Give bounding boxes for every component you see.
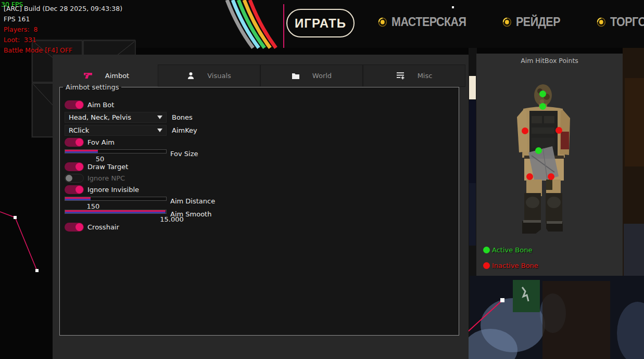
bones-dropdown[interactable]: Head, Neck, Pelvis	[65, 112, 167, 123]
person-icon	[187, 72, 195, 80]
fov-size-value: 50	[90, 155, 110, 163]
coin-icon	[597, 17, 606, 27]
chevron-down-icon	[157, 116, 162, 119]
active-bone-label: Active Bone	[492, 246, 532, 254]
slider-fill	[65, 150, 98, 153]
toggle-knob	[66, 175, 72, 182]
slider-fill	[65, 210, 166, 213]
aim-smooth-slider[interactable]	[65, 210, 167, 214]
draw-target-label: Draw Target	[87, 163, 128, 171]
fps-info: FPS 161	[4, 15, 30, 23]
hitbox-dot-left-shoulder[interactable]	[522, 127, 528, 134]
menu-item-label: РЕЙДЕР	[516, 15, 560, 29]
players-info: Players: 8	[4, 25, 38, 33]
fov-aim-toggle[interactable]	[65, 138, 84, 147]
toggle-knob	[75, 138, 83, 146]
ignore-invisible-label: Ignore Invisible	[87, 186, 139, 194]
fov-size-slider[interactable]	[65, 149, 167, 153]
ignore-npc-toggle[interactable]	[65, 174, 84, 183]
cheat-menu-panel: Aimbot Visuals World	[53, 55, 469, 359]
tab-label: Misc	[418, 72, 433, 80]
build-info: [ARC] Build (Dec 28 2025, 09:43:38)	[4, 5, 122, 12]
menu-item-trader[interactable]: ТОРГО	[597, 15, 644, 29]
bones-label: Bones	[172, 113, 193, 121]
hitbox-panel: Aim HitBox Points	[476, 54, 623, 276]
hitbox-dot-right-shoulder[interactable]	[555, 127, 562, 134]
crosshair-label: Crosshair	[87, 223, 119, 231]
folder-icon	[292, 72, 300, 80]
pistol-icon	[84, 72, 93, 80]
chevron-down-icon	[157, 129, 162, 132]
draw-target-toggle[interactable]	[65, 162, 84, 171]
toggle-knob	[75, 101, 83, 109]
slider-fill	[65, 197, 91, 200]
active-bone-dot-icon	[483, 247, 490, 253]
hitbox-dot-head[interactable]	[539, 91, 546, 97]
group-title: Aimbot settings	[63, 83, 121, 91]
coin-icon	[502, 17, 512, 27]
inactive-bone-dot-icon	[483, 262, 490, 269]
toggle-knob	[75, 186, 83, 194]
play-button[interactable]: ИГРАТЬ	[286, 9, 355, 37]
battle-mode-info: Battle Mode [F4] OFF	[4, 46, 72, 54]
playlist-add-icon	[396, 72, 405, 80]
aimkey-dropdown[interactable]: RClick	[65, 125, 167, 136]
game-screen: ИГРАТЬ МАСТЕРСКАЯ РЕЙДЕР ТОРГО 30 FPS [A…	[0, 0, 644, 359]
ignore-invisible-toggle[interactable]	[65, 185, 84, 194]
hitbox-dot-neck[interactable]	[539, 103, 546, 110]
coin-icon	[378, 17, 387, 27]
aim-bot-label: Aim Bot	[87, 101, 114, 109]
menu-item-label: МАСТЕРСКАЯ	[392, 15, 466, 29]
ignore-npc-label: Ignore NPC	[87, 174, 125, 182]
aimkey-dropdown-value: RClick	[69, 126, 89, 134]
hitbox-dot-pelvis[interactable]	[535, 147, 542, 154]
hitbox-dot-right-thigh[interactable]	[548, 173, 554, 180]
crosshair-toggle[interactable]	[65, 223, 84, 232]
inactive-bone-label: Inactive Bone	[492, 262, 538, 270]
menu-item-workshop[interactable]: МАСТЕРСКАЯ	[378, 15, 466, 29]
tab-label: World	[312, 72, 332, 80]
toggle-knob	[75, 223, 83, 231]
bones-dropdown-value: Head, Neck, Pelvis	[69, 113, 131, 121]
aim-distance-slider[interactable]	[65, 197, 167, 201]
aim-smooth-value: 15.000	[156, 215, 187, 223]
toggle-knob	[75, 163, 83, 171]
hitbox-panel-title: Aim HitBox Points	[476, 57, 623, 65]
aim-distance-value: 150	[83, 202, 104, 210]
loot-info: Loot: 331	[4, 36, 36, 44]
tab-label: Aimbot	[105, 72, 129, 80]
aim-distance-label: Aim Distance	[170, 197, 215, 205]
menu-item-raider[interactable]: РЕЙДЕР	[502, 15, 560, 29]
aimkey-label: AimKey	[172, 126, 197, 134]
fov-aim-label: Fov Aim	[87, 138, 115, 146]
tab-label: Visuals	[207, 72, 231, 80]
aim-bot-toggle[interactable]	[65, 100, 84, 109]
hitbox-dot-left-thigh[interactable]	[526, 173, 533, 180]
menu-item-label: ТОРГО	[610, 15, 644, 29]
fov-size-label: Fov Size	[170, 150, 198, 158]
